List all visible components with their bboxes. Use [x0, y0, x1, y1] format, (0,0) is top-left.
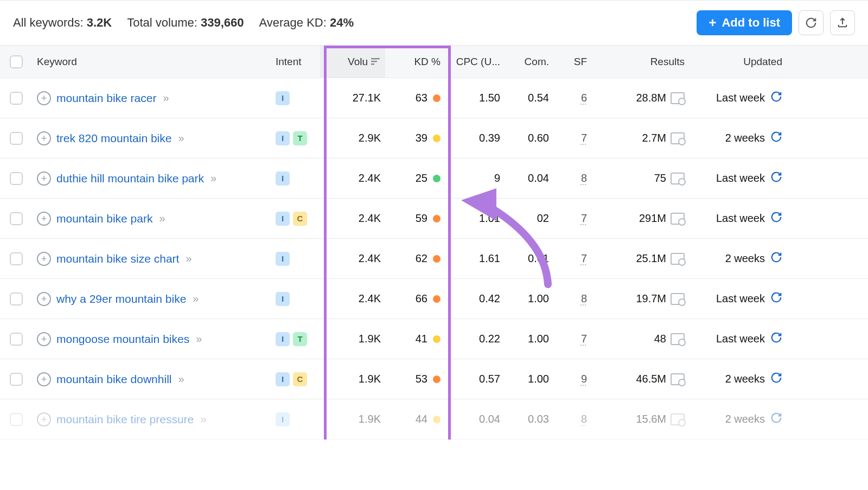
row-refresh-button[interactable]: [770, 211, 782, 226]
expand-icon[interactable]: +: [37, 171, 51, 186]
row-checkbox[interactable]: [10, 132, 23, 145]
expand-icon[interactable]: +: [37, 212, 51, 226]
sf-value[interactable]: 7: [581, 333, 587, 345]
row-checkbox[interactable]: [10, 212, 23, 225]
refresh-all-button[interactable]: [799, 10, 824, 35]
keyword-link[interactable]: why a 29er mountain bike: [56, 292, 186, 306]
intent-badge-i[interactable]: I: [276, 332, 290, 346]
serp-preview-icon[interactable]: [671, 253, 685, 265]
row-checkbox[interactable]: [10, 172, 23, 185]
row-refresh-button[interactable]: [770, 251, 782, 266]
serp-preview-icon[interactable]: [671, 373, 685, 385]
col-keyword[interactable]: Keyword: [33, 48, 271, 75]
sf-value[interactable]: 7: [581, 252, 587, 264]
chevrons-icon[interactable]: »: [159, 212, 165, 225]
chevrons-icon[interactable]: »: [196, 333, 202, 345]
row-checkbox[interactable]: [10, 333, 23, 346]
row-checkbox[interactable]: [10, 413, 23, 426]
chevrons-icon[interactable]: »: [210, 172, 216, 184]
export-button[interactable]: [830, 10, 855, 35]
keyword-link[interactable]: duthie hill mountain bike park: [56, 172, 204, 185]
row-refresh-button[interactable]: [770, 91, 782, 105]
serp-preview-icon[interactable]: [671, 173, 685, 184]
row-refresh-button[interactable]: [770, 332, 782, 346]
sf-value[interactable]: 7: [581, 132, 587, 144]
row-checkbox[interactable]: [10, 92, 23, 105]
intent-badge-i[interactable]: I: [276, 372, 290, 386]
cpc-value: 0.57: [445, 363, 505, 395]
sf-value[interactable]: 8: [581, 292, 587, 304]
intent-badge-i[interactable]: I: [276, 131, 290, 145]
intent-badge-i[interactable]: I: [276, 171, 290, 186]
col-kd[interactable]: KD %: [385, 48, 445, 75]
sf-value[interactable]: 8: [581, 172, 587, 184]
col-com[interactable]: Com.: [505, 48, 553, 75]
intent-badge-i[interactable]: I: [276, 252, 290, 266]
row-refresh-button[interactable]: [770, 372, 782, 386]
intent-badge-t[interactable]: T: [293, 332, 307, 346]
table-row: +trek 820 mountain bike»IT2.9K390.390.60…: [0, 118, 868, 158]
chevrons-icon[interactable]: »: [200, 413, 206, 425]
col-intent[interactable]: Intent: [271, 48, 320, 75]
kd-difficulty-dot: [433, 416, 441, 423]
keyword-link[interactable]: mountain bike tire pressure: [56, 413, 194, 426]
col-cpc[interactable]: CPC (U...: [445, 48, 505, 75]
row-refresh-button[interactable]: [770, 131, 782, 145]
keyword-link[interactable]: mountain bike racer: [56, 92, 156, 105]
row-refresh-button[interactable]: [770, 171, 782, 186]
table-row: +mountain bike tire pressure»I1.9K440.04…: [0, 399, 868, 440]
keyword-cell: +mongoose mountain bikes»: [33, 322, 271, 356]
keyword-link[interactable]: mongoose mountain bikes: [56, 333, 189, 346]
intent-badge-c[interactable]: C: [293, 212, 307, 226]
expand-icon[interactable]: +: [37, 412, 51, 427]
select-all-checkbox[interactable]: [10, 55, 23, 68]
expand-icon[interactable]: +: [37, 292, 51, 306]
col-sf[interactable]: SF: [553, 48, 591, 75]
serp-preview-icon[interactable]: [671, 132, 685, 144]
expand-icon[interactable]: +: [37, 372, 51, 386]
expand-icon[interactable]: +: [37, 332, 51, 346]
keyword-link[interactable]: mountain bike size chart: [56, 252, 179, 265]
col-volume[interactable]: Volu: [320, 46, 385, 78]
sf-value[interactable]: 9: [581, 373, 587, 385]
row-checkbox[interactable]: [10, 373, 23, 386]
expand-icon[interactable]: +: [37, 91, 51, 105]
sf-value[interactable]: 6: [581, 92, 587, 104]
chevrons-icon[interactable]: »: [178, 373, 184, 385]
intent-badge-i[interactable]: I: [276, 91, 290, 105]
col-updated[interactable]: Updated: [689, 48, 787, 75]
intent-badge-i[interactable]: I: [276, 292, 290, 306]
intent-badge-i[interactable]: I: [276, 412, 290, 427]
sf-value[interactable]: 8: [581, 413, 587, 425]
row-checkbox[interactable]: [10, 252, 23, 265]
sf-value[interactable]: 7: [581, 212, 587, 224]
row-checkbox[interactable]: [10, 292, 23, 306]
kd-value: 62: [416, 252, 427, 265]
serp-preview-icon[interactable]: [671, 92, 685, 104]
row-refresh-button[interactable]: [770, 291, 782, 306]
row-refresh-button[interactable]: [770, 412, 782, 427]
serp-preview-icon[interactable]: [671, 413, 685, 425]
volume-value: 2.9K: [320, 122, 385, 154]
expand-icon[interactable]: +: [37, 131, 51, 145]
com-value: 0.03: [505, 403, 553, 435]
results-cell: 25.1M: [591, 243, 689, 275]
intent-badge-i[interactable]: I: [276, 212, 290, 226]
expand-icon[interactable]: +: [37, 252, 51, 266]
chevrons-icon[interactable]: »: [178, 132, 184, 144]
add-to-list-button[interactable]: + Add to list: [697, 10, 792, 35]
plus-icon: +: [709, 16, 716, 29]
chevrons-icon[interactable]: »: [163, 92, 169, 104]
chevrons-icon[interactable]: »: [186, 252, 192, 265]
col-results[interactable]: Results: [591, 48, 689, 75]
serp-preview-icon[interactable]: [671, 293, 685, 305]
keyword-link[interactable]: mountain bike park: [56, 212, 152, 225]
keyword-link[interactable]: trek 820 mountain bike: [56, 132, 171, 145]
chevrons-icon[interactable]: »: [193, 292, 199, 305]
keyword-link[interactable]: mountain bike downhill: [56, 373, 171, 386]
serp-preview-icon[interactable]: [671, 213, 685, 225]
keyword-cell: +mountain bike size chart»: [33, 242, 271, 276]
intent-badge-t[interactable]: T: [293, 131, 307, 145]
serp-preview-icon[interactable]: [671, 333, 685, 345]
intent-badge-c[interactable]: C: [293, 372, 307, 386]
